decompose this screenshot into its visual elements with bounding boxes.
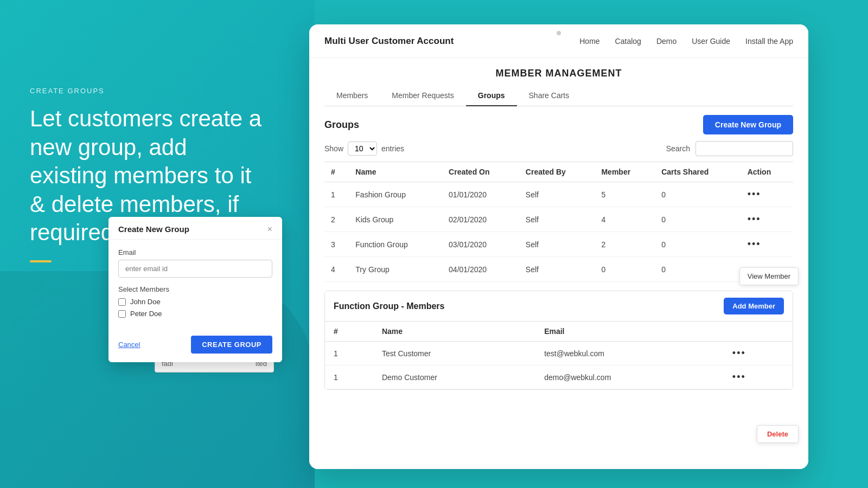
delete-tooltip[interactable]: Delete xyxy=(757,425,799,443)
show-label: Show xyxy=(324,144,343,153)
checkbox-john-doe[interactable] xyxy=(118,298,126,306)
groups-section-title: Groups xyxy=(324,119,359,131)
modal-body: Email Select Members John Doe Peter Doe xyxy=(108,240,282,330)
nav-home[interactable]: Home xyxy=(579,37,599,46)
col-created-on: Created On xyxy=(442,162,519,182)
action-dots-3[interactable]: ••• xyxy=(748,239,761,249)
tab-members[interactable]: Members xyxy=(324,86,380,106)
action-dots-1[interactable]: ••• xyxy=(748,189,761,200)
nav-catalog[interactable]: Catalog xyxy=(615,37,641,46)
modal-wrapper: Create New Group × Email Select Members … xyxy=(108,217,282,362)
tab-groups[interactable]: Groups xyxy=(466,86,517,106)
search-label: Search xyxy=(666,144,690,153)
groups-header: Groups Create New Group xyxy=(324,115,793,134)
action-dots-2[interactable]: ••• xyxy=(748,214,761,224)
show-entries: Show 10 25 50 entries xyxy=(324,142,404,156)
nav-demo[interactable]: Demo xyxy=(656,37,676,46)
col-name: Name xyxy=(349,162,442,182)
table-row: 4 Try Group 04/01/2020 Self 0 0 ••• xyxy=(324,257,793,282)
members-col-name: Name xyxy=(373,322,535,342)
member-action-dots-2[interactable]: ••• xyxy=(732,371,746,382)
entries-label: entries xyxy=(381,144,404,153)
modal-footer: Cancel CREATE GROUP xyxy=(108,330,282,362)
col-member: Member xyxy=(595,162,655,182)
member-checkbox-peter: Peter Doe xyxy=(118,310,272,318)
table-controls: Show 10 25 50 entries Search xyxy=(324,141,793,156)
members-col-num: # xyxy=(325,322,373,342)
modal-title: Create New Group xyxy=(118,224,189,234)
members-section: Function Group - Members Add Member # Na… xyxy=(324,291,793,390)
left-panel-label: CREATE GROUPS xyxy=(30,87,263,95)
member-row: 1 Test Customer test@webkul.com ••• xyxy=(325,342,793,365)
create-group-button[interactable]: CREATE GROUP xyxy=(191,336,272,354)
col-carts-shared: Carts Shared xyxy=(655,162,741,182)
email-input[interactable] xyxy=(118,260,272,278)
groups-table: # Name Created On Created By Member Cart… xyxy=(324,162,793,282)
headline-underline xyxy=(30,260,52,262)
view-member-tooltip[interactable]: View Member xyxy=(739,267,799,285)
members-section-header: Function Group - Members Add Member xyxy=(325,291,793,322)
search-container: Search xyxy=(666,141,793,156)
nav-links: Home Catalog Demo User Guide Install the… xyxy=(579,37,793,46)
tab-share-carts[interactable]: Share Carts xyxy=(517,86,582,106)
email-label: Email xyxy=(118,248,272,256)
create-group-modal: Create New Group × Email Select Members … xyxy=(108,217,282,362)
members-col-email: Email xyxy=(535,322,724,342)
select-members-label: Select Members xyxy=(118,285,272,293)
nav-install-app[interactable]: Install the App xyxy=(745,37,793,46)
navbar: Multi User Customer Account Home Catalog… xyxy=(309,24,808,58)
tabs: Members Member Requests Groups Share Car… xyxy=(324,86,793,106)
members-section-title: Function Group - Members xyxy=(334,301,444,311)
member-name-peter: Peter Doe xyxy=(130,310,162,318)
add-member-button[interactable]: Add Member xyxy=(724,298,784,314)
col-action: Action xyxy=(741,162,793,182)
table-row: 1 Fashion Group 01/01/2020 Self 5 0 ••• xyxy=(324,182,793,207)
entries-select[interactable]: 10 25 50 xyxy=(348,142,377,156)
create-new-group-button[interactable]: Create New Group xyxy=(703,115,793,134)
checkbox-peter-doe[interactable] xyxy=(118,310,126,318)
table-row: 2 Kids Group 02/01/2020 Self 4 0 ••• xyxy=(324,207,793,232)
search-input[interactable] xyxy=(695,141,793,156)
content-area: MEMBER MANAGEMENT Members Member Request… xyxy=(309,58,808,469)
members-col-action xyxy=(724,322,793,342)
member-action-dots-1[interactable]: ••• xyxy=(732,348,746,358)
member-checkbox-john: John Doe xyxy=(118,298,272,306)
app-window: Multi User Customer Account Home Catalog… xyxy=(309,24,808,469)
col-num: # xyxy=(324,162,349,182)
brand-name: Multi User Customer Account xyxy=(324,36,579,47)
member-name-john: John Doe xyxy=(130,298,161,306)
window-dot xyxy=(557,31,561,35)
cancel-button[interactable]: Cancel xyxy=(118,341,140,349)
members-table: # Name Email 1 Test Customer test@webkul… xyxy=(325,322,793,389)
section-title: MEMBER MANAGEMENT xyxy=(324,58,793,86)
member-row: 1 Demo Customer demo@webkul.com ••• xyxy=(325,365,793,389)
tab-member-requests[interactable]: Member Requests xyxy=(380,86,465,106)
table-row: 3 Function Group 03/01/2020 Self 2 0 ••• xyxy=(324,232,793,257)
nav-user-guide[interactable]: User Guide xyxy=(692,37,730,46)
col-created-by: Created By xyxy=(519,162,595,182)
modal-close-button[interactable]: × xyxy=(267,225,272,234)
modal-header: Create New Group × xyxy=(108,217,282,240)
